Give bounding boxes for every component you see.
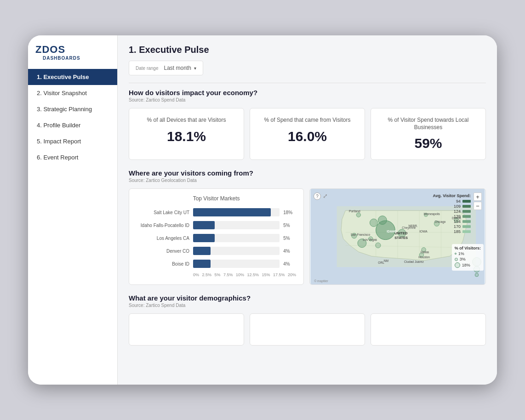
bar-chart-rows: Salt Lake City UT18%Idaho Falls-Pocatell… — [137, 208, 296, 268]
visitors-section-title: Where are your visitors coming from? — [129, 169, 486, 177]
vpct-legend-row: 3% — [455, 257, 481, 261]
visitors-section: Where are your visitors coming from? Sou… — [129, 169, 486, 285]
legend-value: 170 — [454, 224, 461, 229]
kpi-label-spend: % of Spend that came from Visitors — [257, 117, 357, 124]
demo-section-title: What are your visitor demographics? — [129, 294, 486, 302]
legend-row: 94 — [433, 199, 471, 204]
sidebar-item-impact-report[interactable]: 5. Impact Report — [28, 133, 117, 149]
x-axis-label: 0% — [193, 272, 199, 277]
map-zoom-in-button[interactable]: + — [474, 193, 482, 201]
app-container: ZDOS DASHBOARDS 1. Executive Pulse 2. Vi… — [28, 35, 497, 385]
legend-color — [462, 210, 471, 213]
date-range-value: Last month — [164, 65, 191, 71]
legend-color — [462, 205, 471, 208]
vpct-legend: % of Visitors: 1%3%18% — [452, 244, 484, 271]
x-axis-label: 2.5% — [202, 272, 212, 277]
kpi-row: % of all Devices that are Visitors 18.1%… — [129, 108, 486, 160]
bar-fill — [193, 260, 211, 268]
legend-color — [462, 215, 471, 218]
legend-value: 109 — [454, 204, 461, 209]
vpct-rows: 1%3%18% — [455, 251, 481, 268]
svg-text:Dallas: Dallas — [421, 250, 429, 254]
x-axis-label: 10% — [236, 272, 244, 277]
bar-track — [193, 208, 280, 216]
sidebar-item-strategic-planning[interactable]: 3. Strategic Planning — [28, 101, 117, 117]
svg-text:Ciudad Juarez: Ciudad Juarez — [404, 260, 424, 263]
sidebar-item-executive-pulse[interactable]: 1. Executive Pulse — [28, 69, 117, 85]
kpi-label-local: % of Visitor Spend towards Local Busines… — [378, 117, 478, 131]
dashboards-label: DASHBOARDS — [35, 56, 110, 67]
vpct-circle — [455, 262, 460, 268]
bar-pct-label: 5% — [283, 223, 296, 228]
legend-color — [462, 200, 471, 203]
sidebar-item-event-report[interactable]: 6. Event Report — [28, 149, 117, 165]
bar-row: Boise ID4% — [137, 260, 296, 268]
bar-fill — [193, 247, 211, 255]
device-frame: ZDOS DASHBOARDS 1. Executive Pulse 2. Vi… — [28, 35, 497, 385]
map-zoom-out-button[interactable]: − — [474, 202, 482, 210]
chevron-down-icon: ▾ — [194, 66, 196, 71]
legend-row: 124 — [433, 209, 471, 214]
divider-1 — [129, 83, 486, 83]
svg-point-16 — [376, 243, 381, 248]
svg-text:STATES: STATES — [394, 236, 408, 240]
demo-section-source: Source: Zartico Spend Data — [129, 303, 486, 308]
legend-color — [462, 220, 471, 223]
legend-color — [462, 230, 471, 233]
vpct-label: 18% — [462, 263, 470, 267]
bar-track — [193, 247, 280, 255]
svg-text:IDAHO: IDAHO — [387, 230, 396, 233]
main-content: 1. Executive Pulse Date range Last month… — [118, 35, 497, 385]
bar-label: Salt Lake City UT — [137, 210, 189, 215]
legend-row: 170 — [433, 224, 471, 229]
svg-point-41 — [475, 273, 479, 277]
svg-text:Los Vegas: Los Vegas — [363, 238, 377, 242]
sidebar-item-visitor-snapshot[interactable]: 2. Visitor Snapshot — [28, 85, 117, 101]
bar-row: Denver CO4% — [137, 247, 296, 255]
demographics-section: What are your visitor demographics? Sour… — [129, 294, 486, 346]
svg-text:Houston: Houston — [418, 255, 430, 259]
sidebar-nav: 1. Executive Pulse 2. Visitor Snapshot 3… — [28, 69, 117, 165]
bar-fill — [193, 208, 271, 216]
vpct-label: 1% — [458, 251, 464, 256]
vpct-circle — [455, 258, 458, 261]
avg-spend-legend-title: Avg. Visitor Spend: — [433, 193, 471, 198]
kpi-card-spend: % of Spend that came from Visitors 16.0% — [250, 108, 365, 160]
bar-pct-label: 5% — [283, 236, 296, 241]
economy-section-title: How do visitors impact your economy? — [129, 89, 486, 96]
bar-label: Boise ID — [137, 261, 189, 267]
map-container: Portland San Francisco Los Vegas Minneap… — [309, 188, 486, 285]
legend-rows: 94109124139154170185 — [433, 199, 471, 234]
demo-card-1 — [129, 313, 244, 346]
kpi-label-devices: % of all Devices that are Visitors — [137, 117, 236, 124]
kpi-card-local: % of Visitor Spend towards Local Busines… — [371, 108, 486, 160]
bar-pct-label: 4% — [283, 249, 296, 254]
bar-chart-title: Top Visitor Markets — [137, 195, 296, 202]
bar-label: Idaho Falls-Pocatello ID — [137, 223, 189, 228]
economy-section: How do visitors impact your economy? Sou… — [129, 89, 486, 160]
x-axis-label: 7.5% — [223, 272, 233, 277]
visitor-charts-row: Top Visitor Markets Salt Lake City UT18%… — [129, 188, 486, 285]
kpi-value-local: 59% — [378, 136, 478, 151]
vpct-legend-title: % of Visitors: — [455, 246, 481, 250]
visitors-section-source: Source: Zartico Geolocation Data — [129, 178, 486, 183]
kpi-value-spend: 16.0% — [257, 129, 357, 144]
bar-row: Los Angeles CA5% — [137, 234, 296, 242]
vpct-circle — [455, 253, 457, 255]
svg-point-9 — [370, 219, 378, 227]
svg-text:IOWA: IOWA — [419, 230, 428, 233]
svg-text:© maptiler: © maptiler — [314, 279, 329, 283]
vpct-legend-row: 1% — [455, 251, 481, 256]
bar-pct-label: 4% — [283, 261, 296, 267]
legend-row: 109 — [433, 204, 471, 209]
legend-value: 139 — [454, 214, 461, 219]
legend-value: 124 — [454, 209, 461, 214]
bar-track — [193, 234, 280, 242]
svg-point-8 — [378, 216, 387, 225]
map-controls: + − — [474, 193, 482, 210]
sidebar-item-profile-builder[interactable]: 4. Profile Builder — [28, 117, 117, 133]
svg-text:San Francisco: San Francisco — [351, 233, 371, 236]
map-expand-icon[interactable]: ⤢ — [323, 193, 328, 199]
bar-fill — [193, 234, 215, 242]
date-range-selector[interactable]: Date range Last month ▾ — [129, 61, 203, 75]
